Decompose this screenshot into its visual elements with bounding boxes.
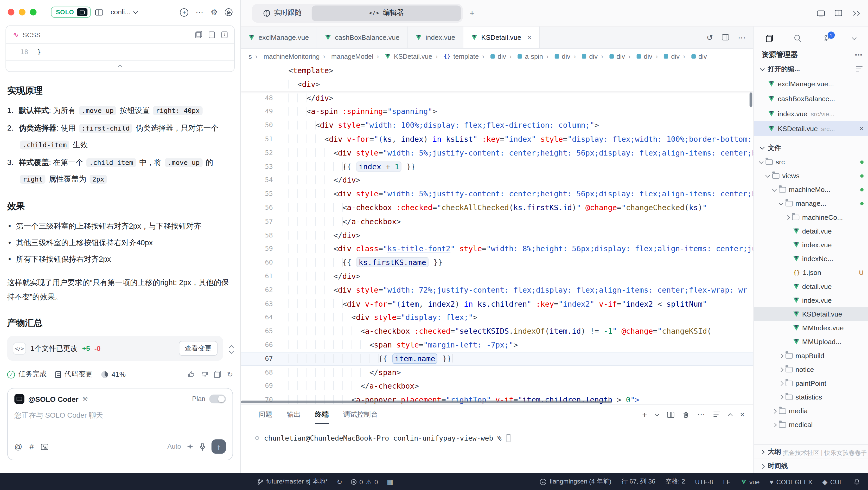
solo-mode-badge[interactable]: SOLO bbox=[51, 7, 91, 18]
sync-icon[interactable]: ↻ bbox=[337, 478, 342, 485]
send-button[interactable]: ↑ bbox=[212, 439, 226, 454]
tree-item[interactable]: detail.vue bbox=[754, 224, 868, 238]
panel-more-icon[interactable]: ⋯ bbox=[697, 411, 705, 419]
changed-files-card[interactable]: </> 1个文件已更改 +5 -0 查看变更 bbox=[7, 336, 223, 361]
split-editor-icon[interactable] bbox=[722, 34, 729, 40]
mic-icon[interactable] bbox=[199, 443, 205, 451]
history-icon[interactable]: ↺ bbox=[706, 34, 713, 41]
terminal[interactable]: chunletian@ChunledeMacBook-Pro conlin-un… bbox=[255, 434, 753, 442]
cursor-position[interactable]: 行 67, 列 36 bbox=[621, 478, 655, 486]
model-auto-label[interactable]: Auto bbox=[167, 443, 181, 451]
regenerate-icon[interactable]: ↻ bbox=[227, 371, 233, 378]
copy-icon[interactable] bbox=[195, 31, 202, 38]
tab-live-follow[interactable]: 实时跟随 bbox=[253, 5, 311, 21]
breadcrumb-item[interactable]: › div bbox=[479, 52, 506, 60]
tree-item[interactable]: src bbox=[754, 155, 868, 169]
git-blame-item[interactable]: liangmingsen (4 年前) bbox=[539, 478, 612, 486]
close-panel-icon[interactable]: × bbox=[740, 411, 744, 419]
open-editor-item[interactable]: index.vue src/vie... bbox=[754, 106, 868, 121]
tree-item[interactable]: machineCo... bbox=[754, 210, 868, 224]
tree-item[interactable]: KSDetail.vue bbox=[754, 307, 868, 321]
minimize-traffic-light[interactable] bbox=[19, 9, 26, 15]
codegeex-extension[interactable]: ♥ CODEGEEX bbox=[770, 478, 812, 485]
panel-tab[interactable]: 终端 bbox=[315, 405, 329, 423]
timeline-section[interactable]: 时间线 bbox=[754, 459, 868, 473]
tree-item[interactable]: statistics bbox=[754, 390, 868, 404]
code-editor[interactable]: <template> <div> 48 </div>49 <a-spin :sp… bbox=[241, 64, 753, 405]
editor-grid-icon[interactable]: ▦ bbox=[387, 478, 393, 485]
expand-collapse-icon[interactable] bbox=[230, 344, 233, 353]
hash-icon[interactable]: # bbox=[29, 442, 34, 451]
git-branch-item[interactable]: future/master-sj-本地* bbox=[257, 478, 328, 486]
zoom-traffic-light[interactable] bbox=[30, 9, 37, 15]
editor-tab[interactable]: index.vue bbox=[408, 27, 464, 48]
tree-item[interactable]: paintPoint bbox=[754, 377, 868, 390]
kill-terminal-icon[interactable] bbox=[682, 411, 689, 418]
tree-item[interactable]: index.vue bbox=[754, 293, 868, 307]
new-tab-button[interactable]: + bbox=[469, 8, 474, 18]
breadcrumb-item[interactable]: › {} template bbox=[432, 52, 479, 60]
open-editor-item[interactable]: KSDetail.vue src... × bbox=[754, 121, 868, 136]
close-icon[interactable]: × bbox=[527, 33, 532, 42]
collapse-panel-icon[interactable] bbox=[852, 11, 859, 15]
breadcrumb-item[interactable]: › KSDetail.vue bbox=[373, 52, 432, 60]
open-editor-item[interactable]: cashBoxBalance... bbox=[754, 91, 868, 106]
breadcrumb-item[interactable]: › div bbox=[625, 52, 652, 60]
copy-response-icon[interactable] bbox=[214, 371, 221, 378]
tab-editor[interactable]: </> 编辑器 bbox=[312, 5, 461, 21]
apply-code-icon[interactable]: ↓ bbox=[221, 31, 227, 38]
mention-icon[interactable]: @ bbox=[14, 442, 22, 451]
code-change[interactable]: 代码变更 bbox=[55, 369, 93, 379]
insert-code-icon[interactable]: ← bbox=[209, 31, 215, 38]
tree-item[interactable]: manage... bbox=[754, 196, 868, 210]
new-terminal-icon[interactable]: + bbox=[642, 411, 647, 419]
breadcrumb-item[interactable]: › div bbox=[543, 52, 570, 60]
tree-item[interactable]: machineMo... bbox=[754, 183, 868, 196]
breadcrumb-item[interactable]: › a-spin bbox=[506, 52, 543, 60]
workspace-switcher[interactable]: conli... bbox=[111, 8, 137, 16]
plan-toggle[interactable] bbox=[209, 395, 226, 403]
tree-item[interactable]: media bbox=[754, 404, 868, 418]
breadcrumb-item[interactable]: › div bbox=[680, 52, 707, 60]
open-editors-header[interactable]: 打开的编... bbox=[754, 62, 868, 76]
tree-item[interactable]: indexNe... bbox=[754, 252, 868, 266]
tree-item[interactable]: MMUpload... bbox=[754, 335, 868, 349]
notifications-bell-icon[interactable] bbox=[854, 478, 861, 485]
new-chat-icon[interactable]: + bbox=[180, 8, 188, 17]
eol-setting[interactable]: LF bbox=[723, 478, 731, 485]
more-actions-icon[interactable]: ⋯ bbox=[738, 34, 746, 41]
breadcrumb-item[interactable]: › machineMonitoring bbox=[252, 52, 319, 60]
search-icon[interactable] bbox=[795, 35, 802, 42]
panel-tab[interactable]: 输出 bbox=[287, 405, 301, 423]
breadcrumb-item[interactable]: s bbox=[248, 52, 252, 60]
editor-tab[interactable]: cashBoxBalance.vue bbox=[317, 27, 408, 48]
panel-tab[interactable]: 问题 bbox=[259, 405, 272, 423]
chat-input[interactable]: 您正在与 SOLO Coder 聊天 bbox=[8, 404, 232, 439]
more-options-icon[interactable]: ⋯ bbox=[196, 8, 204, 16]
view-changes-button[interactable]: 查看变更 bbox=[179, 341, 218, 356]
close-traffic-light[interactable] bbox=[8, 9, 14, 15]
monitor-icon[interactable] bbox=[817, 10, 825, 15]
agent-tools-icon[interactable]: ⚒ bbox=[82, 395, 88, 403]
cue-extension[interactable]: ◆ CUE bbox=[822, 478, 843, 485]
panel-layout-icon[interactable] bbox=[835, 10, 842, 16]
tree-item[interactable]: MMIndex.vue bbox=[754, 321, 868, 335]
tree-item[interactable]: views bbox=[754, 169, 868, 183]
breadcrumb-item[interactable]: › div bbox=[652, 52, 680, 60]
tree-item[interactable]: medical bbox=[754, 418, 868, 431]
tree-item[interactable]: {} 1.json U bbox=[754, 266, 868, 279]
tree-item[interactable]: notice bbox=[754, 363, 868, 377]
terminal-dropdown-icon[interactable] bbox=[655, 412, 659, 416]
explorer-more-icon[interactable]: ⋯ bbox=[855, 51, 863, 59]
thumbs-down-icon[interactable] bbox=[201, 371, 209, 378]
tree-item[interactable]: index.vue bbox=[754, 238, 868, 252]
editor-horizontal-scrollbar[interactable] bbox=[241, 400, 612, 403]
breadcrumb-item[interactable]: › div bbox=[570, 52, 598, 60]
attach-image-icon[interactable] bbox=[41, 444, 48, 450]
open-editors-filter-icon[interactable] bbox=[856, 66, 863, 72]
settings-gear-icon[interactable]: ⚙ bbox=[211, 8, 218, 16]
tree-item[interactable]: mapBuild bbox=[754, 349, 868, 362]
profile-avatar[interactable] bbox=[225, 8, 232, 16]
indentation-setting[interactable]: 空格: 2 bbox=[665, 478, 685, 486]
editor-vertical-scrollbar[interactable] bbox=[750, 92, 752, 107]
